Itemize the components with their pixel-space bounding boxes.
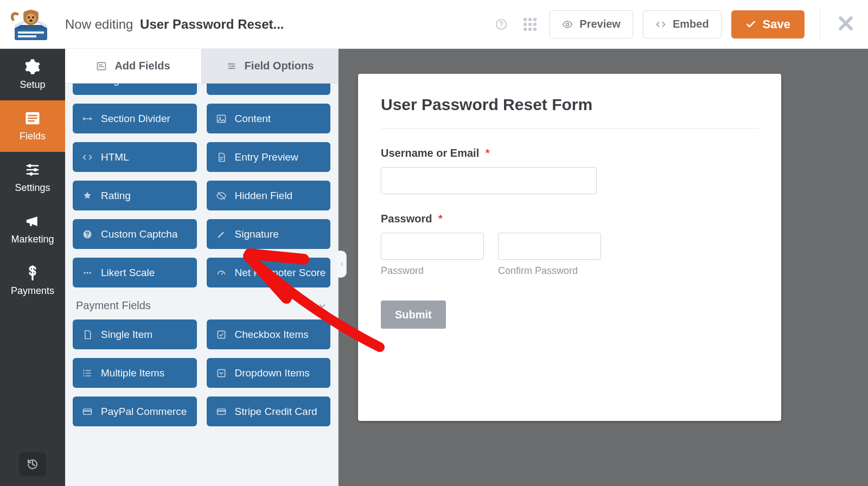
now-editing-label: Now editing — [65, 17, 133, 31]
pencil-icon — [215, 228, 227, 240]
preview-label: Preview — [579, 18, 621, 30]
caret-square-icon — [215, 367, 227, 379]
svg-rect-39 — [218, 369, 225, 376]
input-confirm-password[interactable] — [498, 233, 601, 260]
sidebar-item-settings[interactable]: Settings — [0, 152, 65, 203]
input-username[interactable] — [381, 167, 597, 194]
page-break-icon — [81, 84, 93, 86]
sidebar-item-fields[interactable]: Fields — [0, 100, 65, 152]
svg-rect-3 — [18, 35, 36, 37]
field-single-item[interactable]: Single Item — [73, 319, 197, 349]
editing-title: Now editing User Password Reset... — [65, 17, 284, 32]
brand-logo[interactable] — [8, 5, 54, 44]
top-controls: Preview Embed Save — [492, 9, 855, 40]
code-icon — [81, 151, 93, 163]
svg-rect-43 — [217, 410, 225, 412]
form-card: User Password Reset Form Username or Ema… — [358, 74, 781, 421]
svg-point-29 — [219, 117, 220, 118]
form-title: User Password Reset Form — [381, 95, 758, 114]
svg-rect-2 — [18, 31, 44, 34]
svg-rect-24 — [99, 66, 104, 67]
field-net-promoter-score[interactable]: Net Promoter Score — [207, 258, 331, 287]
sidebar-item-revert[interactable] — [0, 443, 65, 486]
save-button[interactable]: Save — [731, 10, 805, 39]
chevron-left-icon — [339, 261, 345, 267]
section-head-payment[interactable]: Payment Fields — [73, 287, 330, 319]
svg-rect-16 — [28, 115, 37, 117]
svg-rect-41 — [84, 410, 92, 412]
preview-button[interactable]: Preview — [550, 10, 633, 39]
panel-scroll[interactable]: Page Break Rich Text Section Divider Con… — [65, 84, 338, 486]
field-html[interactable]: HTML — [73, 142, 197, 172]
embed-button[interactable]: Embed — [643, 10, 722, 39]
svg-point-11 — [29, 20, 33, 22]
field-content[interactable]: Content — [207, 104, 331, 133]
arrows-h-icon — [81, 113, 93, 125]
field-username[interactable]: Username or Email * — [381, 147, 758, 194]
section-title-payment: Payment Fields — [76, 299, 151, 312]
card-icon — [215, 406, 227, 418]
field-multiple-items[interactable]: Multiple Items — [73, 358, 197, 388]
field-password[interactable]: Password * Password Confirm Password — [381, 213, 758, 277]
svg-rect-23 — [99, 64, 103, 65]
svg-point-13 — [501, 26, 502, 27]
field-rich-text[interactable]: Rich Text — [207, 84, 331, 95]
svg-point-21 — [29, 172, 33, 175]
sidebar-label-payments: Payments — [11, 285, 54, 297]
list-icon — [24, 110, 41, 126]
label-username: Username or Email * — [381, 147, 758, 159]
panel-collapse-handle[interactable] — [337, 251, 347, 278]
eye-slash-icon — [215, 190, 227, 202]
keyboard-shortcuts-icon[interactable] — [520, 15, 540, 34]
svg-point-9 — [28, 16, 30, 18]
field-dropdown-items[interactable]: Dropdown Items — [207, 358, 331, 388]
sidebar-item-setup[interactable]: Setup — [0, 49, 65, 100]
sublabel-password: Password — [381, 265, 484, 277]
tab-add-fields[interactable]: Add Fields — [65, 49, 201, 83]
field-stripe-credit-card[interactable]: Stripe Credit Card — [207, 397, 331, 426]
field-rating[interactable]: Rating — [73, 181, 197, 210]
field-paypal-commerce[interactable]: PayPal Commerce — [73, 397, 197, 426]
svg-point-26 — [232, 65, 233, 67]
help-icon[interactable] — [492, 15, 510, 34]
sidebar-label-settings: Settings — [15, 182, 50, 194]
field-hidden-field[interactable]: Hidden Field — [207, 181, 331, 210]
field-page-break[interactable]: Page Break — [73, 84, 197, 95]
sliders-icon — [24, 162, 41, 178]
svg-point-34 — [89, 272, 91, 273]
sidebar-label-fields: Fields — [20, 131, 46, 142]
tab-options-label: Field Options — [245, 60, 314, 72]
field-section-divider[interactable]: Section Divider — [73, 104, 197, 133]
sidebar-label-setup: Setup — [20, 79, 45, 91]
field-checkbox-items[interactable]: Checkbox Items — [207, 319, 331, 349]
svg-point-14 — [566, 23, 569, 25]
svg-point-8 — [26, 14, 36, 23]
submit-button[interactable]: Submit — [381, 300, 446, 329]
field-entry-preview[interactable]: Entry Preview — [207, 142, 331, 172]
svg-point-36 — [83, 369, 85, 371]
svg-rect-1 — [15, 25, 47, 29]
svg-point-37 — [83, 372, 85, 374]
form-canvas[interactable]: User Password Reset Form Username or Ema… — [339, 49, 868, 486]
svg-point-19 — [28, 164, 31, 167]
field-signature[interactable]: Signature — [207, 219, 331, 249]
svg-point-10 — [32, 16, 34, 18]
bullhorn-icon — [24, 213, 41, 229]
field-likert-scale[interactable]: Likert Scale — [73, 258, 197, 287]
check-square-icon — [215, 329, 227, 341]
svg-point-31 — [87, 236, 88, 237]
sidebar-item-marketing[interactable]: Marketing — [0, 203, 65, 255]
divider — [381, 128, 758, 129]
input-password[interactable] — [381, 233, 484, 260]
svg-point-33 — [86, 272, 88, 273]
field-custom-captcha[interactable]: Custom Captcha — [73, 219, 197, 249]
embed-label: Embed — [673, 18, 709, 30]
sidebar-item-payments[interactable]: Payments — [0, 255, 65, 306]
close-button[interactable] — [837, 14, 855, 35]
check-icon — [745, 19, 756, 30]
tab-field-options[interactable]: Field Options — [201, 49, 338, 83]
eye-icon — [562, 19, 573, 30]
svg-point-27 — [230, 67, 232, 69]
svg-rect-18 — [28, 120, 35, 122]
separator — [820, 9, 820, 40]
